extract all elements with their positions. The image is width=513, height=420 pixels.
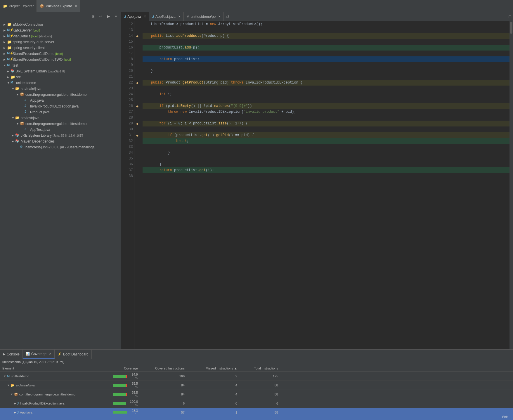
editor-tab-close[interactable]: ✕ — [144, 15, 146, 18]
editor-tab-label: AppTest.java — [155, 15, 176, 19]
vertical-scrollbar[interactable] — [509, 21, 513, 349]
cov-row-package[interactable]: ▼ 📦 com.theprogrammerguide.unittestdemo … — [0, 390, 513, 399]
project-boot-icon: M⚡ — [7, 34, 12, 39]
cov-cell-name: ▼ M unittestdemo — [0, 374, 111, 379]
badge-boot: [boot] — [31, 35, 39, 38]
expand-arrow: ▼ — [7, 384, 10, 387]
tab-project-explorer[interactable]: 📁 Project Explorer — [0, 0, 37, 12]
bottom-tab-coverage-label: Coverage — [31, 352, 46, 356]
editor-tab-close[interactable]: ✕ — [178, 15, 181, 18]
minimize-button[interactable]: ─ — [504, 14, 507, 19]
expand-arrow: ▶ — [12, 140, 15, 143]
folder-icon: 📁 — [7, 46, 12, 50]
tree-item-test[interactable]: ▼ M test — [0, 63, 121, 68]
editor-tab-overflow[interactable]: » 2 — [224, 12, 231, 21]
bottom-tab-console[interactable]: ▶ Console — [0, 350, 23, 359]
new-button[interactable]: ▶ — [105, 13, 112, 20]
maximize-button[interactable]: □ — [509, 14, 511, 19]
java-tab-icon: J — [152, 15, 154, 18]
tree-item-emobileconnection[interactable]: ▶ 📁 EMobileConnection — [0, 22, 121, 27]
editor-tab-close[interactable]: ✕ — [218, 15, 221, 18]
tree-item-invalidproductid-java[interactable]: J InvalidProductIDException.java — [0, 103, 121, 109]
tab-project-explorer-label: Project Explorer — [9, 4, 34, 8]
cov-row-src-main-java[interactable]: ▼ 📂 src/main/java 95.5 % 84 4 88 — [0, 381, 513, 390]
cov-row-app-java[interactable]: ▶ J App.java 98.3 % 57 1 58 — [0, 408, 513, 414]
col-header-missed[interactable]: Missed Instructions ▲ — [187, 366, 240, 371]
package-icon: 📦 — [20, 122, 25, 126]
view-menu-button[interactable]: ▾ — [113, 13, 119, 20]
tree-item-unittestdemo[interactable]: ▼ M unittestdemo — [0, 80, 121, 86]
editor-tab-label: App.java — [127, 15, 141, 19]
tree-item-jre-library-2[interactable]: ▶ 📚 JRE System Library [Java SE 8 [1.8.0… — [0, 133, 121, 138]
col-header-coverage[interactable]: Coverage — [111, 366, 140, 371]
editor-tab-apptest-java[interactable]: J AppTest.java ✕ — [149, 12, 184, 21]
tree-item-app-java[interactable]: J App.java — [0, 98, 121, 103]
expand-arrow-down: ▼ — [12, 87, 15, 90]
tree-item-maven-deps[interactable]: ▶ 📚 Maven Dependencies — [0, 138, 121, 144]
tree-item-apptest-java[interactable]: J AppTest.java — [0, 127, 121, 133]
code-line-24: int i; — [143, 91, 509, 97]
editor-tab-manifest[interactable]: M unittestdemo/po ✕ — [184, 12, 224, 21]
cov-cell-coverage-bar: 95.5 % — [111, 390, 140, 399]
tree-item-src-test-java[interactable]: ▼ 📂 src/test/java — [0, 115, 121, 121]
col-header-covered-label: Covered Instructions — [155, 367, 185, 370]
package-explorer-icon: 📦 — [40, 4, 44, 8]
java-file-icon: J — [25, 98, 29, 103]
scrollbar-thumb[interactable] — [510, 22, 512, 34]
tree-item-src-main-java[interactable]: ▼ 📂 src/main/java — [0, 86, 121, 92]
col-header-total[interactable]: Total Instructions — [240, 366, 280, 371]
editor-tab-bar: J App.java ✕ J AppTest.java ✕ M unittest… — [121, 12, 513, 21]
tree-item-label: KafkaServer — [13, 28, 32, 32]
expand-arrow-down: ▼ — [16, 122, 20, 125]
cov-cell-total: 88 — [240, 383, 280, 388]
bottom-tab-bar: ▶ Console 📊 Coverage ✕ ⚡ Boot Dashboard — [0, 350, 513, 359]
code-line-36: } — [143, 162, 509, 167]
tree-item-storedproceduretwo[interactable]: ▶ M⚡ StoredProcedureCallDemoTWO [boot] — [0, 57, 121, 63]
cov-row-invalidproductid[interactable]: ▶ J InvalidProductIDException.java 100.0… — [0, 399, 513, 408]
tree-item-src[interactable]: ▶ 📁 src — [0, 74, 121, 80]
editor-tab-controls: ─ □ — [502, 12, 513, 21]
tab-package-explorer[interactable]: 📦 Package Explore ✕ — [37, 0, 80, 12]
col-header-element[interactable]: Element — [0, 366, 111, 371]
col-header-element-label: Element — [2, 367, 14, 370]
package-icon: 📦 — [14, 393, 18, 396]
library-icon: 📚 — [15, 139, 20, 144]
bottom-tab-coverage[interactable]: 📊 Coverage ✕ — [23, 350, 55, 359]
tree-item-storedprocedure[interactable]: ▶ M⚡ StoredProcedureCallDemo [boot] — [0, 51, 121, 57]
java-icon: J — [17, 411, 19, 414]
code-line-22: public Product getProduct(String pid) th… — [143, 80, 509, 86]
bottom-tab-boot-label: Boot Dashboard — [63, 352, 89, 356]
cov-row-unittestdemo[interactable]: ▼ M unittestdemo 94.9 % 166 9 175 — [0, 372, 513, 381]
editor-tab-app-java[interactable]: J App.java ✕ — [121, 12, 149, 21]
tree-item-kafkaserver[interactable]: ▶ M⚡ KafkaServer [boot] — [0, 27, 121, 33]
cov-cell-total: 58 — [240, 410, 280, 414]
link-editor-button[interactable]: ⇔ — [98, 13, 104, 20]
tree-item-package-test[interactable]: ▼ 📦 com.theprogrammerguide.unittestdemo — [0, 121, 121, 127]
col-header-covered[interactable]: Covered Instructions — [140, 366, 187, 371]
tree-item-label: JRE System Library — [16, 69, 47, 73]
tree-item-label: Product.java — [30, 110, 50, 114]
bottom-tab-coverage-close[interactable]: ✕ — [49, 352, 51, 355]
tree-item-product-java[interactable]: J Product.java — [0, 109, 121, 115]
tree-item-jre-library[interactable]: ▶ 📚 JRE System Library [JavaSE-1.8] — [0, 68, 121, 74]
tree-item-label: com.theprogrammerguide.unittestdemo — [25, 93, 86, 97]
expand-arrow: ▶ — [4, 35, 7, 38]
badge-boot: [boot] — [55, 52, 63, 55]
code-line-18: return productList; — [143, 56, 509, 62]
bottom-tab-boot-dashboard[interactable]: ⚡ Boot Dashboard — [55, 350, 92, 359]
tree-item-package-main[interactable]: ▼ 📦 com.theprogrammerguide.unittestdemo — [0, 92, 121, 98]
badge-javase: [JavaSE-1.8] — [48, 70, 65, 73]
collapse-all-button[interactable]: ⊟ — [90, 13, 96, 20]
tree-item-spring-security-auth[interactable]: ▶ 📁 spring-security-auth-server — [0, 39, 121, 45]
tree-item-label: src/test/java — [21, 116, 39, 120]
tree-item-spring-security-client[interactable]: ▶ 📁 spring-security-client — [0, 45, 121, 51]
code-line-35 — [143, 156, 509, 162]
coverage-area: unittestdemo (1) (Jan 16, 2021 7:59:19 P… — [0, 359, 513, 414]
tab-package-explorer-close[interactable]: ✕ — [75, 4, 77, 8]
code-content[interactable]: List<Product> productList = new ArrayLis… — [140, 21, 509, 349]
code-line-14: public List addProdducts(Product p) { — [143, 33, 509, 39]
tree-item-hamcrest-jar[interactable]: ⚙ hamcrest-junit-2.0.0.0.jar - /Users/ma… — [0, 144, 121, 150]
expand-arrow: ▶ — [4, 46, 7, 49]
code-line-28 — [143, 115, 509, 121]
tree-item-plandetails[interactable]: ▶ M⚡ PlanDetails [boot] [devtools] — [0, 33, 121, 39]
